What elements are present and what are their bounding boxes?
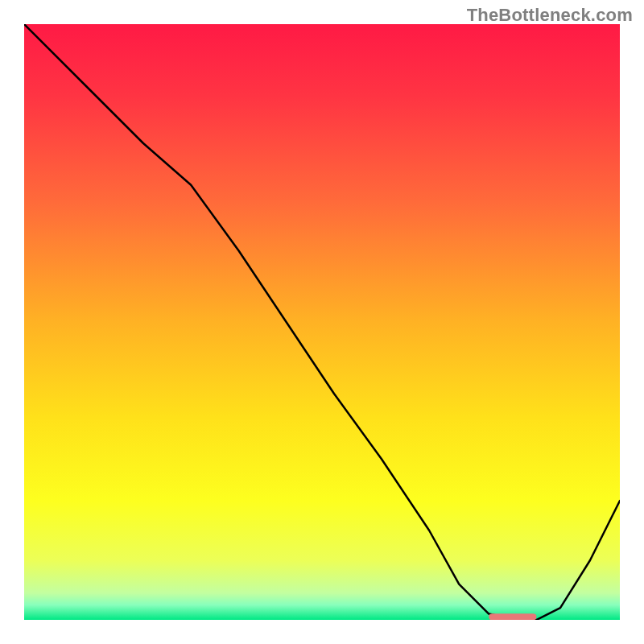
watermark-text: TheBottleneck.com bbox=[467, 5, 633, 26]
chart-container: TheBottleneck.com bbox=[0, 0, 644, 644]
chart-svg bbox=[24, 24, 620, 620]
optimal-range-marker bbox=[489, 613, 536, 620]
